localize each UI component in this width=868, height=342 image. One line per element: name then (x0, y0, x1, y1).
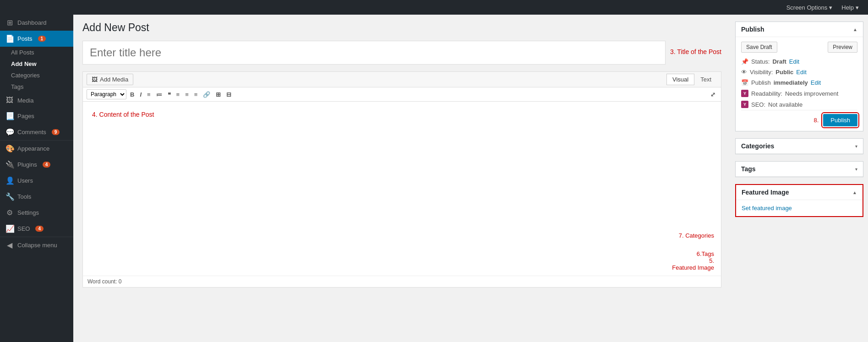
editor-tabs: Visual Text (666, 74, 717, 85)
main-area: Add New Post 3. Title of the Post 🖼 Add … (73, 0, 868, 342)
sidebar-item-seo[interactable]: 📈 SEO 4 (0, 221, 73, 237)
sidebar-item-dashboard[interactable]: ⊞ Dashboard (0, 15, 73, 31)
word-count-label: Word count: (87, 278, 117, 285)
status-edit-link[interactable]: Edit (789, 58, 799, 65)
sidebar-sub-add-new[interactable]: Add New (5, 58, 73, 70)
sidebar-item-label: Users (17, 177, 33, 184)
more-button[interactable]: ⊟ (224, 90, 233, 99)
media-icon: 🖼 (5, 96, 14, 104)
italic-button[interactable]: I (138, 90, 143, 99)
readability-icon: Y (741, 90, 748, 97)
collapse-menu[interactable]: ◀ Collapse menu (0, 237, 73, 253)
categories-header[interactable]: Categories ▾ (736, 139, 863, 154)
blockquote-button[interactable]: ❝ (166, 90, 173, 99)
comments-badge: 9 (52, 129, 60, 135)
tools-icon: 🔧 (5, 192, 14, 201)
tab-text[interactable]: Text (694, 74, 717, 85)
unordered-list-button[interactable]: ≡ (145, 90, 153, 99)
sidebar-item-pages[interactable]: 📃 Pages (0, 108, 73, 124)
sidebar-item-plugins[interactable]: 🔌 Plugins 4 (0, 157, 73, 173)
publish-button-row: 8. Publish (741, 110, 857, 126)
sidebar-item-label: Tools (17, 193, 31, 200)
title-row: 3. Title of the Post (82, 41, 721, 67)
format-select[interactable]: Paragraph (87, 89, 126, 99)
set-featured-image-link[interactable]: Set featured image (742, 205, 792, 212)
link-button[interactable]: 🔗 (201, 90, 212, 99)
align-right-button[interactable]: ≡ (192, 90, 200, 99)
sidebar-item-label: SEO (17, 225, 30, 232)
categories-annotation-area: 7. Categories (679, 232, 714, 239)
posts-badge: 1 (38, 36, 46, 42)
seo-label: SEO: (751, 101, 765, 108)
seo-value: Not available (768, 101, 802, 108)
right-sidebar: Publish ▲ Save Draft Preview 📌 Status: D… (731, 15, 868, 342)
align-left-button[interactable]: ≡ (175, 90, 182, 99)
align-center-button[interactable]: ≡ (183, 90, 191, 99)
help-button[interactable]: Help ▾ (837, 4, 863, 11)
sidebar-item-media[interactable]: 🖼 Media (0, 92, 73, 108)
visibility-label: Visibility: (750, 69, 773, 76)
collapse-label: Collapse menu (17, 242, 57, 249)
sidebar-sub-all-posts[interactable]: All Posts (5, 47, 73, 58)
add-media-button[interactable]: 🖼 Add Media (87, 74, 133, 85)
sidebar-item-label: Dashboard (17, 19, 47, 26)
screen-options-button[interactable]: Screen Options ▾ (782, 4, 837, 11)
status-value: Draft (772, 58, 786, 65)
publish-body: Save Draft Preview 📌 Status: Draft Edit … (736, 37, 863, 131)
ordered-list-button[interactable]: ≔ (154, 90, 164, 99)
sidebar-sub-categories[interactable]: Categories (5, 70, 73, 81)
sidebar-item-appearance[interactable]: 🎨 Appearance (0, 141, 73, 157)
sidebar-item-label: Settings (17, 209, 39, 216)
publish-button[interactable]: Publish (823, 114, 857, 126)
preview-button[interactable]: Preview (828, 42, 857, 53)
seo-row-icon: Y (741, 101, 748, 108)
tags-header[interactable]: Tags ▾ (736, 162, 863, 177)
readability-value: Needs improvement (785, 90, 838, 97)
top-bar: Screen Options ▾ Help ▾ (0, 0, 868, 15)
publish-header[interactable]: Publish ▲ (736, 22, 863, 37)
sidebar-item-tools[interactable]: 🔧 Tools (0, 189, 73, 205)
post-title-input[interactable] (82, 41, 666, 65)
categories-title: Categories (741, 142, 774, 150)
seo-icon: 📈 (5, 224, 14, 233)
featured-image-header[interactable]: Featured Image ▲ (736, 185, 863, 200)
page-title: Add New Post (82, 22, 721, 34)
tab-visual[interactable]: Visual (666, 74, 694, 85)
featured-image-body: Set featured image (736, 200, 863, 216)
publish-chevron: ▲ (853, 27, 857, 32)
publish-time-edit-link[interactable]: Edit (811, 79, 821, 86)
sidebar-item-label: Plugins (17, 161, 37, 168)
table-button[interactable]: ⊞ (214, 90, 223, 99)
sidebar-item-label: Media (17, 97, 33, 104)
editor-content[interactable]: 4. Content of the Post 7. Categories 6.T… (83, 102, 721, 276)
sidebar-item-label: Posts (17, 35, 33, 42)
sidebar-item-label: Appearance (17, 145, 49, 152)
visibility-edit-link[interactable]: Edit (796, 69, 806, 76)
fullscreen-button[interactable]: ⤢ (709, 90, 717, 99)
tags-title: Tags (741, 165, 756, 173)
tags-annotation: 6.Tags (697, 250, 714, 257)
sidebar-item-settings[interactable]: ⚙ Settings (0, 205, 73, 221)
dashboard-icon: ⊞ (5, 18, 14, 27)
title-annotation: 3. Title of the Post (670, 48, 721, 55)
visibility-eye-icon: 👁 (741, 69, 747, 76)
word-count: 0 (119, 278, 122, 285)
sidebar-item-comments[interactable]: 💬 Comments 9 (0, 124, 73, 140)
screen-options-chevron: ▾ (829, 4, 832, 11)
sidebar-item-users[interactable]: 👤 Users (0, 173, 73, 189)
calendar-icon: 📅 (741, 79, 748, 86)
save-draft-button[interactable]: Save Draft (741, 42, 777, 53)
sidebar-item-label: Pages (17, 113, 34, 119)
visibility-row: 👁 Visibility: Public Edit (741, 67, 857, 77)
sidebar-sub-tags[interactable]: Tags (5, 81, 73, 92)
categories-metabox: Categories ▾ (735, 138, 863, 154)
featured-image-metabox: Featured Image ▲ Set featured image (735, 184, 863, 217)
add-media-icon: 🖼 (92, 76, 98, 83)
status-row: 📌 Status: Draft Edit (741, 56, 857, 67)
seo-row: Y SEO: Not available (741, 99, 857, 110)
bold-button[interactable]: B (128, 90, 136, 99)
main-inner: Add New Post 3. Title of the Post 🖼 Add … (73, 15, 868, 342)
categories-chevron: ▾ (855, 144, 857, 149)
pages-icon: 📃 (5, 112, 14, 120)
sidebar-item-posts[interactable]: 📄 Posts 1 (0, 31, 73, 47)
